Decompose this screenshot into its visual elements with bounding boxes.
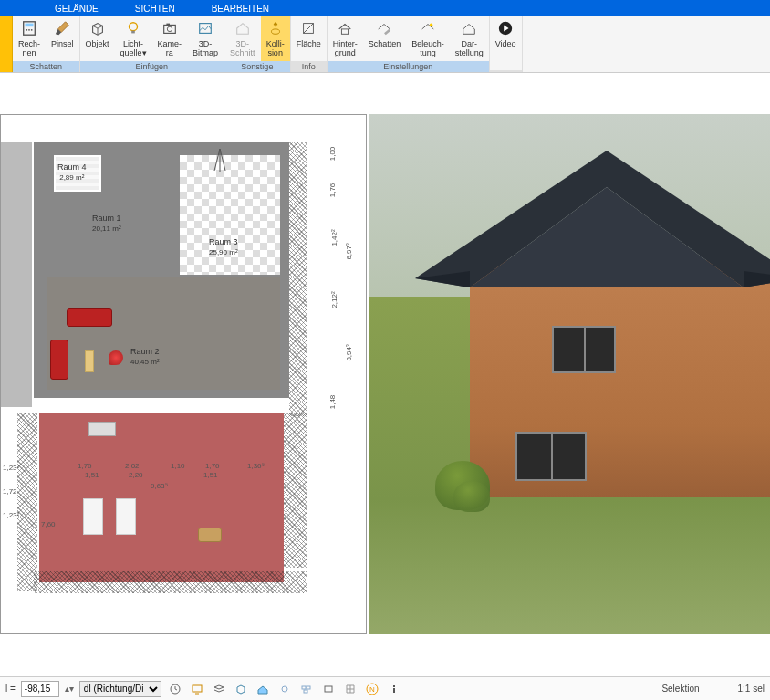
driveway [1,142,32,407]
terrace-sofa[interactable] [198,528,222,542]
lichtquelle-button[interactable]: Licht-quelle▾ [115,16,152,61]
svg-point-13 [430,24,433,27]
pinsel-button[interactable]: Pinsel [46,16,79,61]
shadow-icon [375,19,393,37]
rect-icon[interactable] [320,681,337,697]
dim-b4: 1,76 [205,462,220,470]
ribbon-group-schatten: Rech-nen Pinsel Schatten [13,16,80,72]
dim-l2: 1,72 [3,487,17,496]
stepper-icon[interactable]: ▴▾ [65,684,74,694]
terrace[interactable] [39,413,284,582]
dim-r7: 1,48 [328,395,337,410]
darstellung-button[interactable]: Dar-stellung [450,16,489,61]
svg-rect-21 [302,686,306,689]
beanbag[interactable] [109,350,123,365]
dim-b8: 1,51 [203,471,218,479]
menu-bearbeiten[interactable]: BEARBEITEN [212,4,269,14]
vegetation-left [17,413,37,591]
svg-rect-1 [26,24,34,27]
cut3d-icon [234,19,252,37]
status-scale: 1:1 sel [738,684,765,694]
objekt-button[interactable]: Objekt [80,16,115,61]
sofa-1[interactable] [67,308,112,327]
camera-icon [161,19,179,37]
menu-sichten[interactable]: SICHTEN [135,4,175,14]
brush-icon [53,19,71,37]
hintergrund-button[interactable]: Hinter-grund [328,16,363,61]
window-upper [552,326,616,373]
ribbon-group-info: Fläche Info [291,16,328,72]
dim-l3: 1,23² [3,511,19,519]
house-small-icon[interactable] [255,681,271,697]
svg-rect-23 [304,690,307,693]
lounger-1[interactable] [83,498,103,535]
svg-point-4 [31,29,33,31]
display-icon [460,19,478,37]
svg-rect-24 [325,686,332,692]
ribbon-group-sonstige: 3D-Schnitt Kolli-sion Sonstige [224,16,291,72]
direction-select[interactable]: dl (Richtung/Di [79,681,161,697]
dim-l1: 1,23² [3,464,19,472]
wall-icon[interactable] [298,681,315,697]
dim-r5: 2,12² [330,291,338,308]
window-lower [515,432,587,481]
svg-point-7 [167,26,172,31]
dim-r4: 6,97³ [345,243,353,259]
terrace-bench[interactable] [88,422,116,436]
lounger-2[interactable] [116,498,136,535]
video-button[interactable]: Video [490,16,522,70]
menu-gelaende[interactable]: GELÄNDE [55,4,99,14]
layers-icon[interactable] [211,681,227,697]
menubar: GELÄNDE SICHTEN BEARBEITEN [0,0,770,16]
svg-point-2 [26,29,27,31]
ribbon-left-edge [0,16,13,72]
grid-icon[interactable] [342,681,359,697]
3d-bitmap-button[interactable]: 3D-Bitmap [187,16,224,61]
info-icon[interactable] [386,681,402,697]
dim-b7: 2,20 [129,471,143,479]
kamera-button[interactable]: Kame-ra [152,16,188,61]
dim-b1: 1,76 [78,462,92,470]
sofa-2[interactable] [50,340,68,380]
ribbon-group-label: Einfügen [80,61,224,72]
svg-point-3 [28,29,30,31]
bush-small [453,481,490,512]
vegetation-right2 [284,413,307,568]
room-2[interactable] [45,275,282,392]
monitor-icon[interactable] [189,681,205,697]
light-icon [419,19,437,37]
svg-rect-9 [200,24,212,34]
3d-view[interactable] [369,114,770,634]
dim-r3: 1,42² [330,229,338,246]
room-1-label: Raum 120,11 m² [92,214,121,234]
dim-l4: 7,60 [41,520,56,528]
beleuchtung-button[interactable]: Beleuch-tung [406,16,450,61]
ribbon-toolbar: Rech-nen Pinsel Schatten Objekt Licht-qu… [0,16,770,73]
svg-rect-8 [166,24,170,26]
coord-input[interactable] [21,681,59,697]
vegetation-right [289,142,307,416]
svg-point-10 [271,29,279,34]
svg-rect-27 [393,685,395,687]
ribbon-group-einfuegen: Objekt Licht-quelle▾ Kame-ra 3D-Bitmap E… [80,16,225,72]
dim-r6: 3,94³ [345,344,353,360]
cube-small-icon[interactable] [233,681,249,697]
link-icon[interactable] [276,681,293,697]
history-icon[interactable] [167,681,183,697]
3d-schnitt-button[interactable]: 3D-Schnitt [224,16,261,61]
kollision-button[interactable]: Kolli-sion [261,16,290,61]
svg-text:N: N [369,685,375,694]
n-badge-icon[interactable]: N [364,681,380,697]
house-roof [415,151,770,287]
schatten-button[interactable]: Schatten [363,16,407,61]
vegetation-bottom [34,571,307,593]
table-1[interactable] [85,350,94,372]
flaeche-button[interactable]: Fläche [291,16,327,61]
room-3-label: Raum 325,90 m² [209,237,238,257]
dim-b2: 2,02 [125,462,140,470]
rechnen-button[interactable]: Rech-nen [13,16,46,61]
ribbon-group-label [490,70,522,72]
ribbon-group-label: Sonstige [224,61,290,72]
dim-r1: 1,00 [328,147,337,162]
2d-floorplan-view[interactable]: Raum 42,89 m² Raum 120,11 m² Raum 325,90… [0,114,367,634]
